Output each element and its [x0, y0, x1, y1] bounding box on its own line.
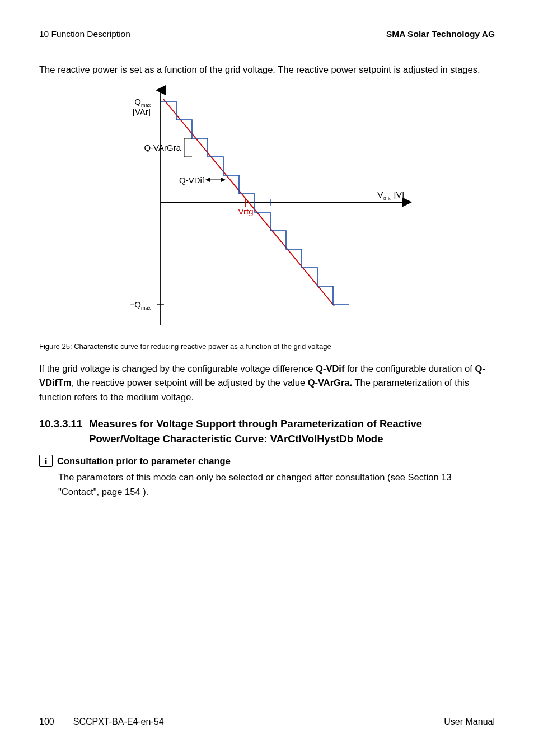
section-heading: 10.3.3.11 Measures for Voltage Support t… [39, 417, 495, 447]
q-vdif-label: Q-VDif [179, 175, 205, 185]
info-note-title: Consultation prior to parameter change [57, 456, 231, 466]
page-number: 100 [39, 717, 54, 727]
info-note-body: The parameters of this mode can only be … [58, 470, 495, 499]
q-vargra-label: Q-VArGra [144, 143, 181, 152]
characteristic-curve-chart: Qmax [VAr] −Qmax VGrid [V] Q-VArGra [88, 85, 446, 331]
vrtg-label: Vrtg [238, 207, 254, 216]
header-company: SMA Solar Technology AG [386, 29, 495, 39]
staircase-curve [161, 101, 349, 305]
document-id: SCCPXT-BA-E4-en-54 [73, 717, 164, 727]
y-axis-label: Qmax [134, 97, 151, 108]
document-type: User Manual [444, 717, 495, 727]
figure-caption: Figure 25: Characteristic curve for redu… [39, 342, 495, 351]
intro-paragraph: The reactive power is set as a function … [39, 63, 495, 77]
page-footer: 100 SCCPXT-BA-E4-en-54 User Manual [39, 717, 495, 727]
figure-25: Qmax [VAr] −Qmax VGrid [V] Q-VArGra [39, 85, 495, 331]
section-title: Measures for Voltage Support through Par… [89, 417, 495, 447]
y-axis-neg-label: −Qmax [130, 300, 151, 311]
y-axis-unit: [VAr] [133, 107, 151, 116]
header-section-ref: 10 Function Description [39, 29, 130, 39]
info-icon: i [39, 455, 53, 467]
body-paragraph: If the grid voltage is changed by the co… [39, 362, 495, 405]
section-number: 10.3.3.11 [39, 417, 89, 447]
x-axis-label: VGrid [V] [377, 190, 404, 201]
